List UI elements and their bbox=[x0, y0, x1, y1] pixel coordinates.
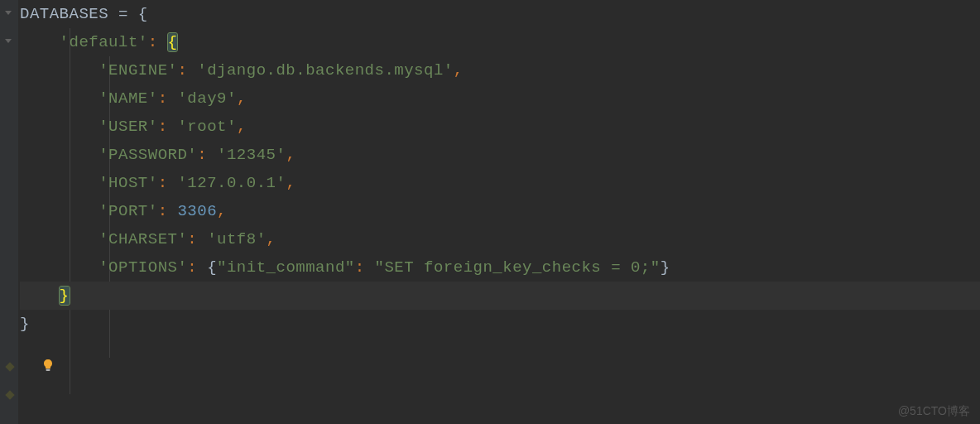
code-line: 'NAME': 'day9', bbox=[20, 84, 980, 113]
dict-key: 'PORT' bbox=[98, 202, 157, 220]
dict-key: 'default' bbox=[60, 33, 148, 51]
code-line: } bbox=[20, 310, 980, 338]
fold-icon[interactable] bbox=[2, 7, 15, 21]
brace-highlight: } bbox=[60, 287, 70, 305]
dict-key: 'HOST' bbox=[98, 174, 157, 192]
gutter bbox=[0, 0, 18, 424]
code-line-current: } bbox=[20, 282, 980, 310]
brace: } bbox=[20, 315, 30, 333]
code-line: 'ENGINE': 'django.db.backends.mysql', bbox=[20, 56, 980, 84]
dict-key: 'CHARSET' bbox=[98, 230, 187, 248]
string-literal: "init_command" bbox=[217, 258, 355, 277]
svg-rect-0 bbox=[46, 369, 50, 372]
code-editor[interactable]: DATABASES = { 'default': { 'ENGINE': 'dj… bbox=[0, 0, 980, 424]
dirty-marker-icon bbox=[2, 360, 15, 373]
code-line: 'CHARSET': 'utf8', bbox=[20, 225, 980, 253]
brace: { bbox=[138, 5, 148, 23]
code-area[interactable]: DATABASES = { 'default': { 'ENGINE': 'dj… bbox=[18, 0, 980, 424]
code-line: 'default': { bbox=[20, 28, 980, 56]
colon: : bbox=[148, 33, 158, 51]
string-literal: 'utf8' bbox=[207, 230, 266, 248]
string-literal: '127.0.0.1' bbox=[177, 174, 286, 192]
dict-key: 'ENGINE' bbox=[98, 61, 177, 80]
fold-icon[interactable] bbox=[2, 36, 15, 49]
string-literal: 'django.db.backends.mysql' bbox=[197, 61, 453, 80]
dirty-marker-icon bbox=[2, 388, 15, 402]
code-line: 'HOST': '127.0.0.1', bbox=[20, 169, 980, 197]
number-literal: 3306 bbox=[177, 202, 217, 220]
code-line: 'PORT': 3306, bbox=[20, 197, 980, 225]
string-literal: 'root' bbox=[177, 118, 236, 136]
dict-key: 'NAME' bbox=[98, 89, 157, 108]
code-line: 'PASSWORD': '12345', bbox=[20, 141, 980, 169]
code-line: 'OPTIONS': {"init_command": "SET foreign… bbox=[20, 253, 980, 282]
code-line: 'USER': 'root', bbox=[20, 113, 980, 141]
intention-bulb-icon[interactable] bbox=[40, 357, 56, 373]
operator: = bbox=[108, 5, 138, 23]
brace-highlight: { bbox=[168, 33, 178, 51]
string-literal: 'day9' bbox=[177, 89, 236, 108]
dict-key: 'OPTIONS' bbox=[98, 258, 187, 277]
code-line: DATABASES = { bbox=[20, 0, 980, 28]
string-literal: '12345' bbox=[217, 146, 286, 164]
identifier: DATABASES bbox=[20, 5, 108, 23]
dict-key: 'USER' bbox=[98, 118, 157, 136]
string-literal: "SET foreign_key_checks = 0;" bbox=[375, 258, 661, 277]
dict-key: 'PASSWORD' bbox=[98, 146, 197, 164]
watermark: @51CTO博客 bbox=[898, 404, 970, 419]
